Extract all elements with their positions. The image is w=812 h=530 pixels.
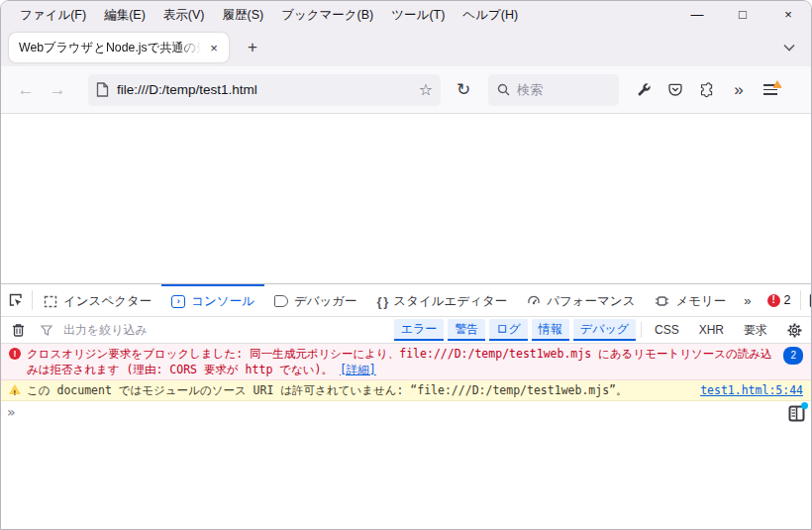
filter-debug-button[interactable]: デバッグ — [573, 319, 636, 341]
tab-list-chevron-icon[interactable] — [775, 34, 803, 61]
menu-file[interactable]: ファイル(F) — [11, 3, 95, 28]
menu-view[interactable]: 表示(V) — [154, 3, 214, 28]
close-window-icon[interactable]: × — [765, 1, 811, 27]
console-prompt-icon: » — [7, 405, 13, 419]
console-input-row[interactable]: » — [1, 401, 811, 426]
filter-requests-button[interactable]: 要求 — [736, 320, 775, 341]
filter-log-button[interactable]: ログ — [489, 319, 528, 341]
search-box[interactable]: 検索 — [488, 74, 619, 106]
app-menu-icon[interactable] — [756, 75, 785, 105]
tab-label: スタイルエディター — [393, 293, 507, 310]
tab-style-editor[interactable]: { } スタイルエディター — [367, 284, 518, 316]
menu-tools[interactable]: ツール(T) — [382, 3, 454, 28]
url-bar[interactable]: file:///D:/temp/test1.html ☆ — [88, 74, 441, 106]
clear-console-trash-icon[interactable] — [3, 323, 33, 337]
warning-message-text: この document ではモジュールのソース URI は許可されていません: … — [27, 382, 694, 398]
tab-label: インスペクター — [63, 293, 152, 310]
warning-icon — [9, 384, 21, 394]
notification-dot — [801, 402, 808, 409]
error-icon: ! — [9, 348, 21, 360]
tab-title: WebブラウザとNode.jsで共通の処理を — [19, 40, 201, 56]
menu-bar: ファイル(F) 編集(E) 表示(V) 履歴(S) ブックマーク(B) ツール(… — [1, 1, 811, 29]
console-output: ! クロスオリジン要求をブロックしました: 同一生成元ポリシーにより、file:… — [1, 344, 811, 426]
filter-warning-button[interactable]: 警告 — [448, 319, 485, 341]
tab-bar: WebブラウザとNode.jsで共通の処理を × + — [1, 29, 811, 66]
browser-window: ファイル(F) 編集(E) 表示(V) 履歴(S) ブックマーク(B) ツール(… — [0, 0, 812, 530]
tab-console[interactable]: › コンソール — [161, 284, 264, 316]
forward-icon[interactable]: → — [43, 75, 72, 105]
menu-edit[interactable]: 編集(E) — [95, 3, 154, 28]
search-placeholder: 検索 — [517, 81, 543, 99]
reload-icon[interactable]: ↻ — [449, 75, 478, 105]
responsive-design-icon[interactable] — [802, 293, 812, 308]
browser-tab[interactable]: WebブラウザとNode.jsで共通の処理を × — [9, 33, 229, 62]
separator — [800, 290, 801, 310]
search-icon — [497, 83, 510, 96]
debugger-icon — [274, 295, 288, 307]
toolbar-overflow-icon[interactable]: » — [724, 75, 754, 105]
extensions-puzzle-icon[interactable] — [692, 75, 722, 105]
new-tab-button[interactable]: + — [239, 34, 266, 61]
filter-xhr-button[interactable]: XHR — [691, 321, 732, 339]
tab-debugger[interactable]: デバッガー — [264, 284, 367, 316]
tab-label: コンソール — [191, 293, 254, 310]
source-location-link[interactable]: test1.html:5:44 — [700, 382, 803, 398]
console-icon: › — [171, 295, 185, 308]
page-content — [1, 114, 811, 283]
tab-close-icon[interactable]: × — [205, 39, 223, 56]
url-text[interactable]: file:///D:/temp/test1.html — [117, 82, 411, 97]
console-error-message[interactable]: ! クロスオリジン要求をブロックしました: 同一生成元ポリシーにより、file:… — [1, 344, 811, 380]
tab-performance[interactable]: パフォーマンス — [517, 284, 645, 316]
error-message-text: クロスオリジン要求をブロックしました: 同一生成元ポリシーにより、file://… — [27, 346, 777, 377]
menu-help[interactable]: ヘルプ(H) — [454, 3, 527, 28]
devtools-right-controls: ! 2 ••• × — [760, 284, 812, 316]
error-count: 2 — [784, 293, 791, 307]
browser-tools-wrench-icon[interactable] — [629, 75, 659, 105]
bookmark-star-icon[interactable]: ☆ — [419, 80, 433, 99]
menu-bookmarks[interactable]: ブックマーク(B) — [272, 3, 382, 28]
memory-chip-icon — [655, 294, 669, 308]
separator — [32, 290, 33, 310]
minimize-icon[interactable]: — — [674, 1, 720, 27]
error-dot-icon: ! — [767, 294, 780, 307]
maximize-icon[interactable]: □ — [720, 1, 765, 27]
console-filter-bar: 出力を絞り込み エラー 警告 ログ 情報 デバッグ CSS XHR 要求 — [1, 317, 811, 344]
filter-css-button[interactable]: CSS — [647, 321, 687, 339]
message-repeat-badge: 2 — [783, 347, 803, 365]
pocket-icon[interactable] — [660, 75, 690, 105]
filter-error-button[interactable]: エラー — [394, 319, 445, 341]
error-count-badge[interactable]: ! 2 — [760, 293, 799, 307]
tab-label: デバッガー — [294, 293, 357, 310]
filter-buttons: エラー 警告 ログ 情報 デバッグ CSS XHR 要求 — [394, 316, 809, 344]
inspector-icon — [44, 295, 57, 308]
window-controls: — □ × — [674, 1, 811, 29]
separator — [641, 322, 642, 338]
page-icon — [96, 82, 109, 97]
tab-memory[interactable]: メモリー — [645, 284, 736, 316]
filter-input[interactable]: 出力を絞り込み — [63, 322, 148, 339]
devtools-tab-bar: インスペクター › コンソール デバッガー { } スタイルエディター パフ — [1, 284, 811, 317]
filter-funnel-icon — [36, 325, 57, 336]
performance-icon — [527, 294, 541, 308]
tab-inspector[interactable]: インスペクター — [34, 284, 161, 316]
filter-info-button[interactable]: 情報 — [532, 319, 569, 341]
tab-label: パフォーマンス — [547, 293, 635, 310]
update-available-badge — [772, 80, 782, 88]
menu-history[interactable]: 履歴(S) — [213, 3, 272, 28]
learn-more-link[interactable]: [詳細] — [340, 363, 376, 376]
sidebar-toggle-icon[interactable] — [788, 405, 805, 422]
more-tools-icon[interactable]: » — [736, 284, 759, 316]
devtools-panel: インスペクター › コンソール デバッガー { } スタイルエディター パフ — [1, 283, 811, 529]
console-warning-message[interactable]: この document ではモジュールのソース URI は許可されていません: … — [1, 380, 811, 401]
style-editor-icon: { } — [377, 294, 388, 309]
element-picker-icon[interactable] — [1, 284, 31, 316]
console-settings-gear-icon[interactable] — [779, 323, 809, 338]
tab-label: メモリー — [675, 293, 726, 310]
back-icon[interactable]: ← — [11, 75, 41, 105]
navigation-toolbar: ← → file:///D:/temp/test1.html ☆ ↻ 検索 » — [1, 66, 811, 114]
